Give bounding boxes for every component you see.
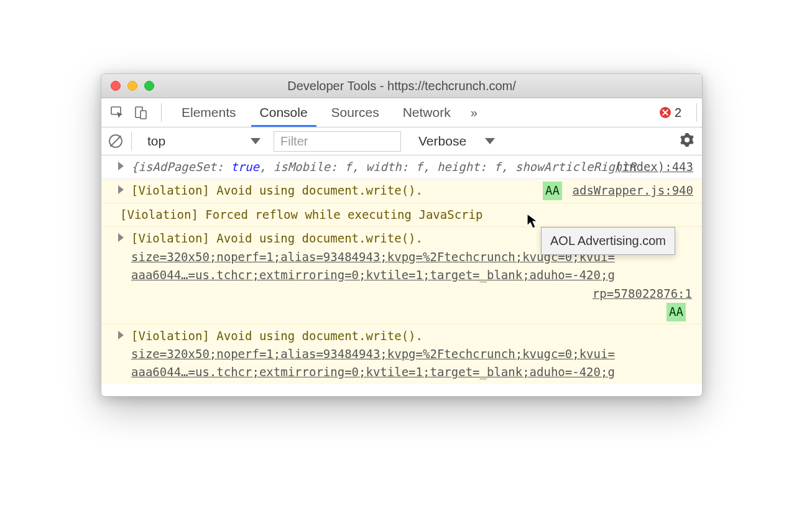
tab-network[interactable]: Network	[394, 98, 459, 127]
tooltip: AOL Advertising.com	[541, 227, 675, 255]
divider	[131, 132, 132, 150]
traffic-lights	[101, 81, 154, 91]
minimize-window-button[interactable]	[127, 81, 137, 91]
disclosure-triangle-icon[interactable]	[118, 185, 124, 194]
error-icon	[660, 107, 671, 118]
disclosure-triangle-icon[interactable]	[118, 233, 124, 242]
console-row-violation: [Violation] Forced reflow while executin…	[101, 203, 702, 227]
tab-sources[interactable]: Sources	[323, 98, 388, 127]
tab-console[interactable]: Console	[251, 98, 316, 127]
violation-params[interactable]: aaa6044…=us.tchcr;extmirroring=0;kvtile=…	[131, 365, 615, 379]
error-count-value: 2	[675, 106, 681, 120]
filter-input[interactable]	[274, 131, 401, 152]
cursor-icon	[527, 213, 539, 229]
chevron-down-icon	[251, 138, 261, 144]
close-window-button[interactable]	[111, 81, 121, 91]
device-toggle-icon[interactable]	[132, 104, 150, 121]
console-row-violation: [Violation] Avoid using document.write()…	[101, 179, 702, 203]
divider	[161, 103, 162, 122]
error-count[interactable]: 2	[660, 106, 681, 120]
tabs-overflow-button[interactable]: »	[466, 106, 482, 120]
source-link[interactable]: (index):443	[615, 158, 693, 176]
violation-text: [Violation] Avoid using document.write()…	[131, 329, 423, 343]
console-row: (index):443 {isAdPageSet: true, isMobile…	[101, 155, 702, 179]
violation-params[interactable]: size=320x50;noperf=1;alias=93484943;kvpg…	[131, 347, 615, 361]
svg-rect-2	[141, 111, 146, 119]
context-value: top	[147, 134, 165, 149]
violation-text: [Violation] Forced reflow while executin…	[120, 208, 482, 221]
tabbar: Elements Console Sources Network » 2	[101, 98, 702, 127]
violation-params[interactable]: aaa6044…=us.tchcr;extmirroring=0;kvtile=…	[131, 268, 615, 282]
inspect-icon[interactable]	[109, 104, 126, 121]
tab-elements[interactable]: Elements	[173, 98, 245, 127]
console-filterbar: top Verbose	[101, 127, 702, 155]
divider	[696, 103, 697, 122]
window-title: Developer Tools - https://techcrunch.com…	[101, 79, 702, 93]
log-level-value: Verbose	[418, 134, 466, 149]
disclosure-triangle-icon[interactable]	[118, 162, 124, 170]
log-object[interactable]: {isAdPageSet: true, isMobile: f, width: …	[120, 158, 694, 176]
violation-params[interactable]: rp=578022876:1	[131, 285, 694, 303]
clear-console-button[interactable]	[109, 134, 122, 148]
badge-aa[interactable]: AA	[667, 303, 686, 321]
chevron-down-icon	[485, 138, 495, 144]
settings-gear-icon[interactable]	[680, 132, 694, 150]
devtools-window: Developer Tools - https://techcrunch.com…	[101, 73, 703, 397]
disclosure-triangle-icon[interactable]	[118, 331, 124, 339]
context-select[interactable]: top	[141, 131, 265, 152]
violation-text: [Violation] Avoid using document.write()…	[131, 183, 423, 197]
violation-text: [Violation] Avoid using document.write()…	[131, 231, 423, 245]
source-link[interactable]: adsWrapper.js:940	[573, 182, 693, 200]
badge-aa[interactable]: AA	[543, 182, 562, 200]
zoom-window-button[interactable]	[144, 81, 154, 91]
console-output: (index):443 {isAdPageSet: true, isMobile…	[101, 155, 702, 396]
console-row-violation: [Violation] Avoid using document.write()…	[101, 325, 702, 384]
log-level-select[interactable]: Verbose	[410, 134, 495, 149]
titlebar: Developer Tools - https://techcrunch.com…	[101, 74, 702, 98]
